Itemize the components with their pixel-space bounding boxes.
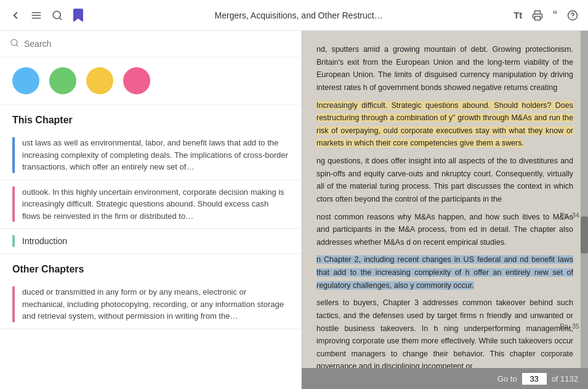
page-text: nd, sputters amid a growing mountain of …: [316, 43, 573, 368]
highlight-text-2: outlook. In this highly uncertain enviro…: [22, 186, 289, 223]
color-circle-pink[interactable]: [123, 67, 150, 94]
this-chapter-title: This Chapter: [0, 105, 301, 131]
accent-bar-pink-1: [12, 186, 15, 223]
search-bar: [0, 31, 301, 57]
left-panel: This Chapter ust laws as well as environ…: [0, 31, 302, 389]
nav-accent-teal: [12, 235, 15, 247]
total-pages: of 1132: [552, 374, 578, 383]
goto-input[interactable]: [522, 373, 547, 385]
highlight-text-3: duced or transmitted in any form or by a…: [22, 286, 289, 322]
accent-bar-blue-1: [12, 137, 15, 173]
scrollbar-track[interactable]: [581, 31, 588, 368]
panel-content: This Chapter ust laws as well as environ…: [0, 105, 301, 389]
toolbar: Mergers, Acquisitions, and Other Restruc…: [0, 0, 588, 31]
other-chapters-title: Other Chapters: [0, 254, 301, 280]
search-icon: [10, 38, 19, 49]
search-button[interactable]: [52, 10, 63, 21]
accent-bar-pink-2: [12, 286, 15, 322]
highlight-item-1[interactable]: ust laws as well as environmental, labor…: [0, 131, 301, 180]
main-content: This Chapter ust laws as well as environ…: [0, 31, 588, 389]
book-page-left: nd, sputters amid a growing mountain of …: [302, 31, 588, 368]
scrollbar-thumb[interactable]: [581, 216, 588, 253]
nav-item-label: Introduction: [22, 236, 67, 246]
toolbar-left: [10, 9, 84, 22]
svg-line-4: [59, 17, 61, 19]
color-circles: [0, 57, 301, 105]
highlight-item-3[interactable]: duced or transmitted in any form or by a…: [0, 280, 301, 329]
pages-container: nd, sputters amid a growing mountain of …: [302, 31, 588, 368]
right-panel: nd, sputters amid a growing mountain of …: [302, 31, 588, 389]
search-input[interactable]: [24, 39, 291, 49]
help-button[interactable]: [567, 10, 578, 21]
svg-rect-5: [535, 16, 541, 20]
color-circle-green[interactable]: [49, 67, 76, 94]
page-number-35: Pg. 35: [560, 321, 579, 332]
page-title: Mergers, Acquisitions, and Other Restruc…: [215, 10, 383, 20]
svg-line-9: [16, 44, 18, 46]
color-circle-blue[interactable]: [12, 67, 39, 94]
bottom-bar: Go to of 1132: [302, 368, 588, 389]
font-button[interactable]: Tt: [513, 10, 522, 20]
highlight-item-2[interactable]: outlook. In this highly uncertain enviro…: [0, 180, 301, 229]
bookmark-button[interactable]: [73, 9, 84, 22]
print-button[interactable]: [532, 10, 543, 21]
menu-button[interactable]: [31, 10, 42, 21]
color-circle-yellow[interactable]: [86, 67, 113, 94]
goto-label: Go to: [497, 374, 517, 383]
page-number-34: Pg. 34: [560, 210, 579, 221]
quote-button[interactable]: “: [553, 8, 557, 22]
toolbar-right: Tt “: [513, 8, 578, 22]
highlight-text-1: ust laws as well as environmental, labor…: [22, 137, 289, 173]
back-button[interactable]: [10, 10, 21, 21]
nav-item-introduction[interactable]: Introduction: [0, 229, 301, 254]
